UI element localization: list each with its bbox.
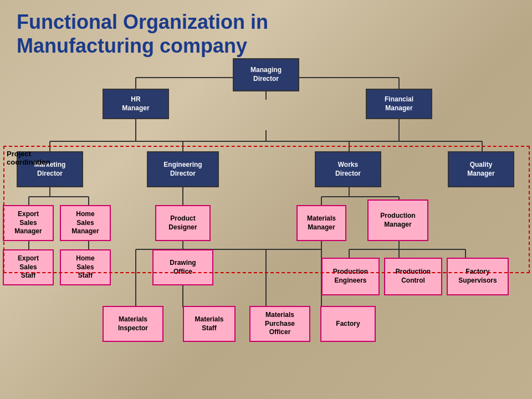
works-director-node: WorksDirector bbox=[315, 151, 381, 187]
export-sales-staff-node: ExportSalesStaff bbox=[3, 249, 54, 285]
factory-node: Factory bbox=[320, 306, 376, 342]
factory-supervisors-node: FactorySupervisors bbox=[447, 258, 509, 295]
managing-director-node: ManagingDirector bbox=[233, 58, 299, 91]
materials-staff-node: MaterialsStaff bbox=[183, 306, 236, 342]
hr-manager-node: HRManager bbox=[103, 89, 169, 119]
product-designer-node: ProductDesigner bbox=[155, 205, 211, 241]
project-coordination-label: Projectcoordination bbox=[7, 150, 50, 166]
drawing-office-node: DrawingOffice bbox=[152, 249, 213, 285]
production-engineers-node: ProductionEngineers bbox=[321, 258, 380, 295]
engineering-director-node: EngineeringDirector bbox=[147, 151, 219, 187]
page-title: Functional Organization in Manufacturing… bbox=[0, 0, 532, 62]
materials-inspector-node: MaterialsInspector bbox=[103, 306, 163, 342]
home-sales-manager-node: HomeSalesManager bbox=[60, 205, 111, 241]
materials-manager-node: MaterialsManager bbox=[296, 205, 346, 241]
export-sales-manager-node: ExportSalesManager bbox=[3, 205, 54, 241]
main-content: Functional Organization in Manufacturing… bbox=[0, 0, 532, 399]
org-chart: Projectcoordination ManagingDirector HRM… bbox=[0, 58, 532, 399]
production-manager-node: ProductionManager bbox=[367, 200, 428, 241]
production-control-node: ProductionControl bbox=[384, 258, 442, 295]
quality-manager-node: QualityManager bbox=[448, 151, 514, 187]
materials-purchase-officer-node: MaterialsPurchaseOfficer bbox=[249, 306, 310, 342]
financial-manager-node: FinancialManager bbox=[366, 89, 432, 119]
home-sales-staff-node: HomeSalesStaff bbox=[60, 249, 111, 285]
